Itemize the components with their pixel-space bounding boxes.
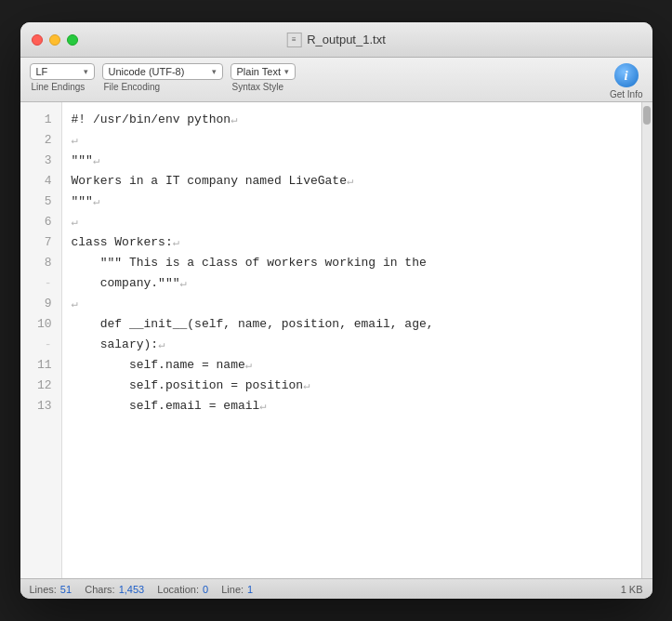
line-number: 1 bbox=[20, 110, 61, 130]
return-symbol: ↵ bbox=[245, 355, 252, 376]
code-text: """ bbox=[72, 192, 93, 212]
line-numbers: 12345678-910-111213 bbox=[20, 102, 62, 578]
code-line: ↵ bbox=[72, 212, 632, 232]
maximize-button[interactable] bbox=[67, 34, 78, 46]
code-text: self.name = name bbox=[72, 355, 245, 376]
code-line: salary):↵ bbox=[72, 335, 632, 355]
return-symbol: ↵ bbox=[231, 110, 237, 130]
line-number: - bbox=[20, 335, 61, 355]
sep1 bbox=[75, 584, 81, 595]
line-endings-label: Line Endings bbox=[30, 82, 86, 92]
syntax-value: Plain Text bbox=[237, 66, 282, 77]
location-value: 0 bbox=[203, 584, 208, 595]
return-symbol: ↵ bbox=[72, 130, 78, 151]
code-text: """ bbox=[72, 151, 93, 171]
lines-value: 51 bbox=[60, 584, 72, 595]
code-text: class Workers: bbox=[72, 232, 173, 253]
return-symbol: ↵ bbox=[173, 232, 179, 253]
return-symbol: ↵ bbox=[259, 396, 266, 416]
line-number: 2 bbox=[20, 130, 61, 151]
window-title: R_output_1.txt bbox=[307, 33, 386, 46]
code-line: """↵ bbox=[72, 151, 632, 171]
line-number: 9 bbox=[20, 294, 61, 314]
syntax-label: Syntax Style bbox=[231, 82, 284, 92]
title-bar: ≡ R_output_1.txt bbox=[20, 22, 652, 58]
code-text: self.position = position bbox=[72, 376, 304, 396]
code-line: #! /usr/bin/env python↵ bbox=[72, 110, 632, 130]
toolbar: LF ▾ Line Endings Unicode (UTF-8) ▾ File… bbox=[20, 58, 652, 102]
line-value: 1 bbox=[247, 584, 253, 595]
return-symbol: ↵ bbox=[72, 212, 78, 232]
sep3 bbox=[212, 584, 217, 595]
code-text: company.""" bbox=[72, 273, 180, 294]
file-icon: ≡ bbox=[286, 33, 301, 47]
code-line: def __init__(self, name, position, email… bbox=[72, 314, 632, 335]
syntax-arrow: ▾ bbox=[284, 67, 289, 76]
sep2 bbox=[148, 584, 153, 595]
chars-value: 1,453 bbox=[119, 584, 145, 595]
code-line: class Workers:↵ bbox=[72, 232, 632, 253]
line-endings-group: LF ▾ Line Endings bbox=[30, 63, 95, 92]
info-button[interactable]: i Get Info bbox=[610, 63, 643, 99]
line-number: 3 bbox=[20, 151, 61, 171]
syntax-select[interactable]: Plain Text ▾ bbox=[231, 63, 296, 80]
editor-inner: 12345678-910-111213 #! /usr/bin/env pyth… bbox=[20, 102, 641, 578]
return-symbol: ↵ bbox=[93, 151, 99, 171]
line-number: 13 bbox=[20, 396, 61, 416]
line-number: - bbox=[20, 273, 61, 294]
info-icon: i bbox=[614, 63, 639, 87]
return-symbol: ↵ bbox=[180, 273, 187, 294]
return-symbol: ↵ bbox=[303, 376, 310, 396]
code-text: salary): bbox=[72, 335, 159, 355]
code-text: def __init__(self, name, position, email… bbox=[72, 314, 434, 335]
main-window: ≡ R_output_1.txt LF ▾ Line Endings Unico… bbox=[20, 22, 652, 599]
window-title-group: ≡ R_output_1.txt bbox=[286, 33, 386, 47]
encoding-group: Unicode (UTF-8) ▾ File Encoding bbox=[102, 63, 223, 92]
return-symbol: ↵ bbox=[158, 335, 165, 355]
file-size: 1 KB bbox=[621, 584, 643, 595]
code-line: company."""↵ bbox=[72, 273, 632, 294]
line-endings-arrow: ▾ bbox=[84, 67, 88, 76]
code-line: Workers in a IT company named LiveGate↵ bbox=[72, 171, 632, 192]
return-symbol: ↵ bbox=[72, 294, 78, 314]
editor-container: 12345678-910-111213 #! /usr/bin/env pyth… bbox=[20, 102, 652, 578]
line-number: 12 bbox=[20, 376, 61, 396]
line-number: 10 bbox=[20, 314, 61, 335]
line-number: 8 bbox=[20, 253, 61, 273]
line-number: 4 bbox=[20, 171, 61, 192]
code-line: ↵ bbox=[72, 294, 632, 314]
chars-label: Chars: bbox=[85, 584, 114, 595]
code-area[interactable]: #! /usr/bin/env python↵↵"""↵Workers in a… bbox=[62, 102, 641, 578]
code-line: """ This is a class of workers working i… bbox=[72, 253, 632, 273]
encoding-arrow: ▾ bbox=[212, 67, 217, 76]
line-label: Line: bbox=[221, 584, 244, 595]
code-text: self.email = email bbox=[72, 396, 260, 416]
code-line: self.email = email↵ bbox=[72, 396, 632, 416]
code-text: #! /usr/bin/env python bbox=[72, 110, 231, 130]
scroll-thumb[interactable] bbox=[643, 106, 651, 125]
line-number: 5 bbox=[20, 192, 61, 212]
line-number: 7 bbox=[20, 232, 61, 253]
encoding-select[interactable]: Unicode (UTF-8) ▾ bbox=[102, 63, 223, 80]
syntax-group: Plain Text ▾ Syntax Style bbox=[231, 63, 296, 92]
return-symbol: ↵ bbox=[93, 192, 99, 212]
info-label: Get Info bbox=[610, 89, 643, 99]
line-endings-value: LF bbox=[36, 66, 48, 77]
encoding-value: Unicode (UTF-8) bbox=[109, 66, 185, 77]
minimize-button[interactable] bbox=[49, 34, 60, 46]
lines-label: Lines: bbox=[30, 584, 57, 595]
line-endings-select[interactable]: LF ▾ bbox=[30, 63, 95, 80]
encoding-label: File Encoding bbox=[102, 82, 161, 92]
line-number: 11 bbox=[20, 355, 61, 376]
scrollbar[interactable] bbox=[641, 102, 652, 578]
code-line: self.name = name↵ bbox=[72, 355, 632, 376]
line-number: 6 bbox=[20, 212, 61, 232]
close-button[interactable] bbox=[32, 34, 43, 46]
traffic-lights bbox=[32, 34, 78, 46]
code-line: """↵ bbox=[72, 192, 632, 212]
code-text: Workers in a IT company named LiveGate bbox=[72, 171, 347, 192]
location-label: Location: bbox=[157, 584, 199, 595]
code-line: self.position = position↵ bbox=[72, 376, 632, 396]
return-symbol: ↵ bbox=[347, 171, 353, 192]
code-text: """ This is a class of workers working i… bbox=[72, 253, 427, 273]
